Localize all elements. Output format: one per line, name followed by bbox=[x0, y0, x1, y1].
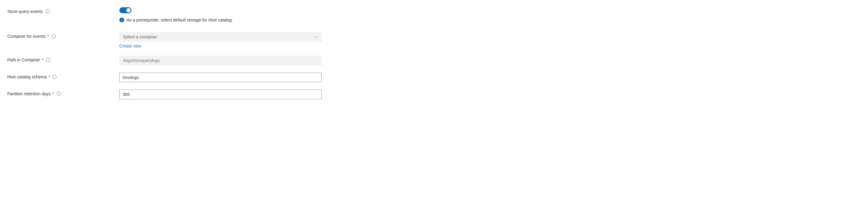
container-select[interactable]: Select a container bbox=[119, 32, 322, 42]
required-marker: * bbox=[49, 74, 50, 79]
info-icon[interactable]: i bbox=[57, 92, 61, 96]
info-icon[interactable]: i bbox=[52, 75, 57, 79]
required-marker: * bbox=[42, 58, 43, 62]
container-select-placeholder: Select a container bbox=[123, 34, 157, 39]
info-icon[interactable]: i bbox=[46, 58, 50, 62]
store-query-events-toggle[interactable] bbox=[119, 7, 131, 13]
partition-retention-days-input[interactable] bbox=[119, 90, 322, 99]
path-in-container-input bbox=[119, 56, 322, 65]
required-marker: * bbox=[47, 34, 49, 39]
info-icon[interactable]: i bbox=[52, 34, 56, 38]
prerequisite-banner: i As a prerequisite, select default stor… bbox=[119, 18, 322, 22]
create-new-link[interactable]: Create new bbox=[119, 43, 141, 49]
path-in-container-label: Path in Container bbox=[7, 58, 40, 62]
toggle-knob bbox=[126, 8, 130, 12]
info-icon[interactable]: i bbox=[45, 9, 50, 13]
prerequisite-text: As a prerequisite, select default storag… bbox=[127, 18, 233, 22]
hive-catalog-schema-input[interactable] bbox=[119, 73, 322, 82]
store-query-events-label: Store query events bbox=[7, 9, 43, 14]
hive-catalog-schema-label: Hive catalog schema bbox=[7, 74, 46, 79]
required-marker: * bbox=[52, 91, 54, 96]
container-for-events-label: Container for events bbox=[7, 34, 45, 39]
chevron-down-icon bbox=[314, 35, 318, 39]
info-filled-icon: i bbox=[119, 18, 124, 22]
partition-retention-days-label: Partition retention days bbox=[7, 91, 51, 96]
